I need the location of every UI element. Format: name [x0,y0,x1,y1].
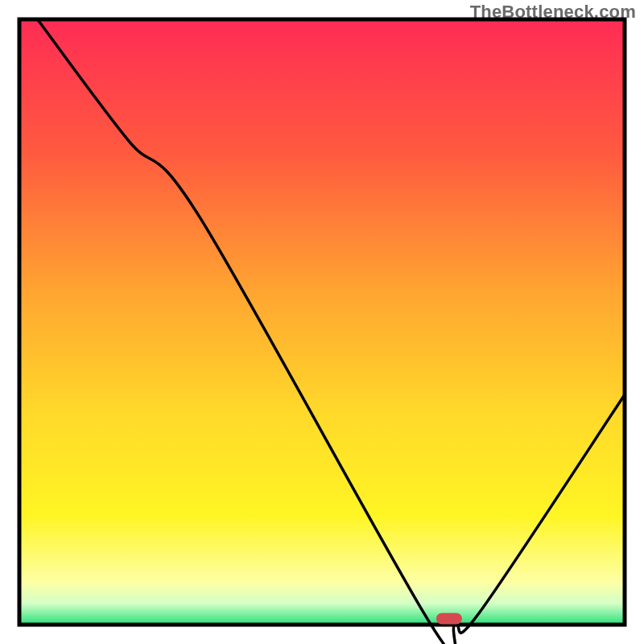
chart-container: TheBottleneck.com [0,0,644,644]
bottleneck-chart [0,0,644,644]
min-marker [436,613,462,624]
